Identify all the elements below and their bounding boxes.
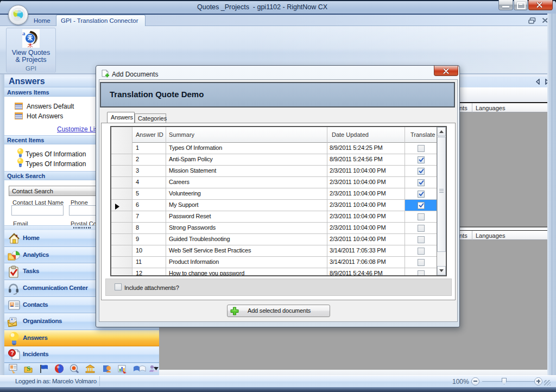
- svg-text:?: ?: [11, 350, 14, 356]
- svg-text:S: S: [27, 364, 30, 372]
- svg-text:木: 木: [27, 42, 33, 48]
- svg-text:a: a: [22, 30, 26, 36]
